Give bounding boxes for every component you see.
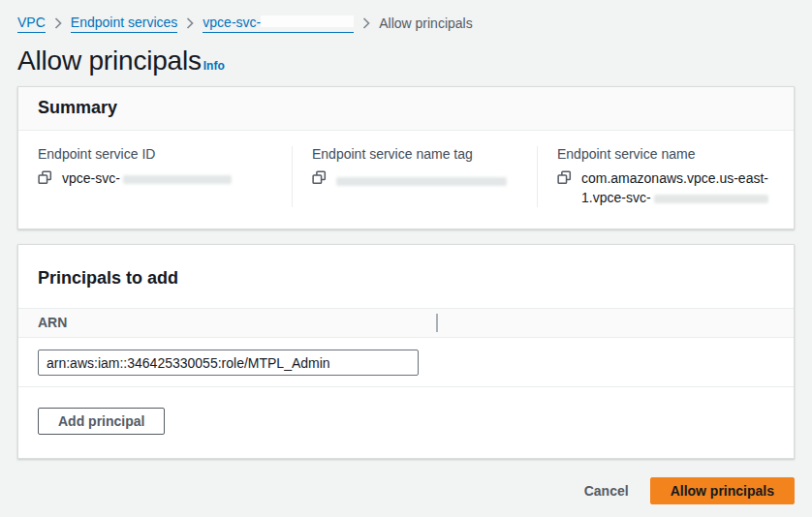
field-label: Endpoint service name tag xyxy=(312,146,517,162)
redacted-text xyxy=(336,177,507,186)
add-principal-button[interactable]: Add principal xyxy=(38,408,165,435)
breadcrumb-link-endpoint-services[interactable]: Endpoint services xyxy=(71,13,178,33)
column-divider xyxy=(436,314,438,332)
page-title: Allow principals xyxy=(17,46,202,76)
field-value: com.amazonaws.vpce.us-east-1.vpce-svc- xyxy=(557,168,774,207)
principals-card-header: Principals to add xyxy=(18,245,794,308)
summary-card: Summary Endpoint service ID vpce-svc- En… xyxy=(17,86,795,229)
value-text: com.amazonaws.vpce.us-east-1.vpce-svc- xyxy=(581,168,774,207)
field-value: vpce-svc- xyxy=(38,168,272,188)
cancel-button[interactable]: Cancel xyxy=(584,478,629,503)
chevron-right-icon xyxy=(186,17,194,29)
page-actions: Cancel Allow principals xyxy=(17,477,795,504)
summary-card-body: Endpoint service ID vpce-svc- Endpoint s… xyxy=(18,131,794,228)
page-title-row: Allow principals Info xyxy=(17,46,795,76)
summary-card-header: Summary xyxy=(18,87,794,131)
redacted-text xyxy=(261,15,354,27)
copy-icon[interactable] xyxy=(312,170,327,188)
allow-principals-button[interactable]: Allow principals xyxy=(650,477,795,504)
chevron-right-icon xyxy=(54,17,62,29)
value-text xyxy=(336,168,507,188)
field-label: Endpoint service ID xyxy=(38,146,272,162)
arn-column-label: ARN xyxy=(38,315,67,330)
allow-principals-page: VPC Endpoint services vpce-svc- Allow pr… xyxy=(0,13,812,504)
info-link[interactable]: Info xyxy=(203,59,225,73)
copy-icon[interactable] xyxy=(557,170,572,188)
principals-to-add-card: Principals to add ARN Add principal xyxy=(17,244,795,459)
arn-column-header: ARN xyxy=(18,308,794,338)
breadcrumb-link-vpc[interactable]: VPC xyxy=(17,13,46,33)
arn-input[interactable] xyxy=(38,350,419,376)
principals-card-footer: Add principal xyxy=(18,387,794,458)
redacted-text xyxy=(654,195,768,203)
field-label: Endpoint service name xyxy=(557,146,774,162)
summary-field-endpoint-service-name-tag: Endpoint service name tag xyxy=(292,146,537,207)
breadcrumb-link-endpoint-service-id[interactable]: vpce-svc- xyxy=(203,13,354,33)
field-value xyxy=(312,168,517,188)
redacted-text xyxy=(123,175,232,184)
principals-title: Principals to add xyxy=(38,268,774,289)
copy-icon[interactable] xyxy=(38,170,52,188)
breadcrumb-current: Allow principals xyxy=(379,14,472,33)
value-text: vpce-svc- xyxy=(62,168,232,188)
arn-input-row xyxy=(18,338,794,387)
breadcrumb: VPC Endpoint services vpce-svc- Allow pr… xyxy=(17,13,795,33)
breadcrumb-service-id-text: vpce-svc- xyxy=(203,15,261,30)
chevron-right-icon xyxy=(362,17,370,29)
summary-field-endpoint-service-name: Endpoint service name com.amazonaws.vpce… xyxy=(537,146,794,207)
summary-field-endpoint-service-id: Endpoint service ID vpce-svc- xyxy=(18,146,292,207)
summary-title: Summary xyxy=(38,98,774,118)
